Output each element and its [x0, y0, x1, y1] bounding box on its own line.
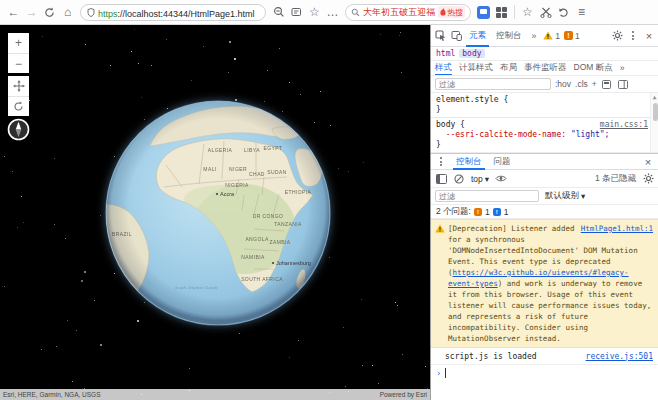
rotate-icon — [13, 101, 24, 112]
console-log-message: script.js is loaded receive.js:501 — [431, 348, 658, 365]
styles-sidebar-tabs: 样式计算样式布局事件监听器DOM 断点» — [431, 61, 658, 76]
inspect-element-icon[interactable] — [434, 30, 446, 42]
stylesheet-link[interactable]: main.css:1 — [600, 120, 648, 130]
styles-pane: element.style { } main.css:1body { --esr… — [431, 93, 658, 153]
home-button[interactable]: ⌂ — [59, 4, 76, 21]
settings-gear-icon[interactable] — [611, 30, 623, 42]
zoom-widget: + − — [8, 33, 29, 73]
issues-summary-row[interactable]: 2 个问题: ! 1 ! 1 — [431, 205, 658, 219]
globe-shading — [106, 101, 330, 325]
powered-by-text[interactable]: Powered by Esri — [380, 391, 427, 398]
prompt-chevron: › — [436, 368, 441, 378]
tab-console[interactable]: 控制台 — [493, 25, 525, 47]
screenshot-scissors-icon[interactable] — [537, 4, 554, 21]
close-devtools-icon[interactable]: × — [643, 30, 655, 42]
breaking-issue-badge: ! — [474, 208, 482, 216]
clear-console-icon[interactable] — [453, 173, 465, 185]
console-filter-input[interactable] — [435, 190, 539, 202]
undo-icon[interactable] — [555, 4, 572, 21]
console-drawer-header: 控制台 问题 × — [431, 153, 658, 170]
tab-elements[interactable]: 元素 — [466, 25, 489, 47]
close-drawer-icon[interactable]: × — [642, 156, 654, 168]
rotate-mode-button[interactable] — [8, 96, 29, 116]
toolbar-divider — [514, 5, 515, 19]
pseudo-state-toggle[interactable]: :hov — [555, 79, 571, 89]
device-toolbar-icon[interactable] — [450, 30, 462, 42]
navigation-toggle-widget — [8, 76, 29, 116]
body-style-rule[interactable]: main.css:1body { --esri-calcite-mode-nam… — [431, 117, 658, 152]
hot-search-text: 大年初五破五迎福 — [363, 6, 435, 19]
pan-icon — [13, 80, 25, 92]
address-bar[interactable]: https://localhost:44344/HtmlPage1.html — [80, 4, 266, 21]
zoom-in-button[interactable]: + — [8, 33, 29, 53]
back-button[interactable]: ← — [5, 4, 22, 21]
hot-search-box[interactable]: 大年初五破五迎福 热搜 — [345, 4, 471, 21]
log-source-link[interactable]: receive.js:501 — [586, 352, 653, 361]
page-zoom-out-icon[interactable] — [270, 4, 287, 21]
info-issue-badge: ! — [493, 208, 501, 216]
browser-window: ← → ⌂ https://localhost:44344/HtmlPage1.… — [0, 0, 658, 400]
console-toolbar: top▾ 1 条已隐藏 — [431, 170, 658, 188]
warnings-counter[interactable]: 1 — [543, 31, 560, 41]
reload-icon[interactable] — [41, 4, 58, 21]
url-scheme: https://localhost:44344/HtmlPage1.html — [98, 3, 255, 21]
sidebar-tab-4[interactable]: DOM 断点 — [574, 61, 613, 76]
warning-source-link[interactable]: HtmlPage1.html:1 — [581, 223, 653, 234]
hidden-messages-note[interactable]: 1 条已隐藏 — [595, 173, 636, 185]
drawer-tab-console[interactable]: 控制台 — [453, 153, 485, 170]
class-toggle[interactable]: .cls — [575, 79, 588, 89]
sidebar-tab-5[interactable]: » — [620, 61, 625, 76]
pan-mode-button[interactable] — [8, 76, 29, 96]
more-options-icon[interactable]: … — [324, 4, 341, 21]
sidebar-tab-3[interactable]: 事件监听器 — [524, 61, 567, 76]
drawer-tab-issues[interactable]: 问题 — [491, 153, 514, 170]
new-rule-button[interactable]: + — [592, 79, 597, 89]
zoom-out-button[interactable]: − — [8, 53, 29, 73]
styles-filter-row: :hov .cls + — [431, 76, 658, 93]
styles-filter-input[interactable] — [435, 78, 551, 90]
drawer-menu-icon[interactable] — [435, 156, 447, 168]
element-state-icon[interactable] — [601, 78, 613, 90]
devtools-menu-icon[interactable] — [627, 30, 639, 42]
sidebar-tab-2[interactable]: 布局 — [500, 61, 517, 76]
console-prompt[interactable]: › — [431, 365, 658, 381]
warning-text: HtmlPage1.html:1[Deprecation] Listener a… — [448, 223, 653, 344]
forward-button[interactable]: → — [23, 4, 40, 21]
computed-sidebar-icon[interactable] — [617, 78, 629, 90]
breadcrumb-body[interactable]: body — [459, 49, 484, 58]
sidebar-tab-0[interactable]: 样式 — [435, 61, 452, 76]
sidebar-tab-1[interactable]: 计算样式 — [459, 61, 493, 76]
hot-search-badge[interactable]: 热搜 — [438, 6, 465, 18]
context-selector[interactable]: top▾ — [471, 174, 489, 184]
live-expression-eye-icon[interactable] — [495, 173, 507, 185]
bookmark-star-icon[interactable]: ☆ — [306, 4, 323, 21]
security-shield-icon — [87, 8, 95, 17]
styles-scrollbar[interactable]: ▲ — [650, 93, 658, 152]
search-icon — [351, 8, 360, 17]
apps-grid-icon[interactable] — [496, 7, 507, 18]
menu-icon[interactable]: ≡ — [573, 4, 590, 21]
css-property-value[interactable]: "light"; — [571, 130, 610, 139]
element-style-rule[interactable]: element.style { } — [431, 93, 658, 117]
console-warning-message: HtmlPage1.html:1[Deprecation] Listener a… — [431, 219, 658, 348]
console-settings-gear-icon[interactable] — [642, 173, 654, 185]
map-viewport[interactable]: ALGERIALIBYAEGYPTMALINIGERCHADSUDANNIGER… — [0, 25, 430, 400]
console-filter-row: 默认级别▾ — [431, 188, 658, 205]
console-sidebar-icon[interactable] — [435, 173, 447, 185]
attribution-text: Esri, HERE, Garmin, NGA, USGS — [3, 391, 101, 398]
warning-triangle-icon — [543, 31, 553, 40]
log-levels-dropdown[interactable]: 默认级别▾ — [545, 190, 585, 202]
issues-counter[interactable]: ! 1 — [564, 31, 580, 41]
css-property-name[interactable]: --esri-calcite-mode-name: — [446, 130, 566, 139]
flame-icon — [440, 8, 446, 16]
warning-triangle-icon — [435, 224, 445, 233]
compass-button[interactable] — [7, 118, 30, 141]
text-caret — [445, 368, 446, 378]
favorites-pin-icon[interactable]: ☆ — [519, 4, 536, 21]
translate-icon[interactable] — [288, 4, 305, 21]
tab-more-chevron[interactable]: » — [529, 25, 540, 47]
extension-icon[interactable] — [477, 6, 490, 19]
attribution-bar: Esri, HERE, Garmin, NGA, USGS Powered by… — [0, 389, 430, 400]
breadcrumb-html[interactable]: html — [436, 49, 455, 58]
globe[interactable]: ALGERIALIBYAEGYPTMALINIGERCHADSUDANNIGER… — [104, 99, 332, 327]
